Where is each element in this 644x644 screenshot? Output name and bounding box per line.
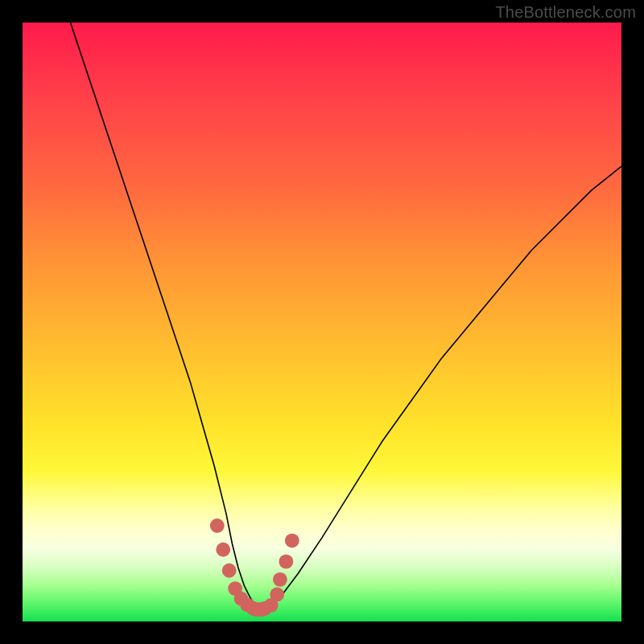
outer-frame: TheBottleneck.com (0, 0, 644, 644)
watermark-text: TheBottleneck.com (495, 3, 636, 22)
plot-area (23, 23, 621, 621)
